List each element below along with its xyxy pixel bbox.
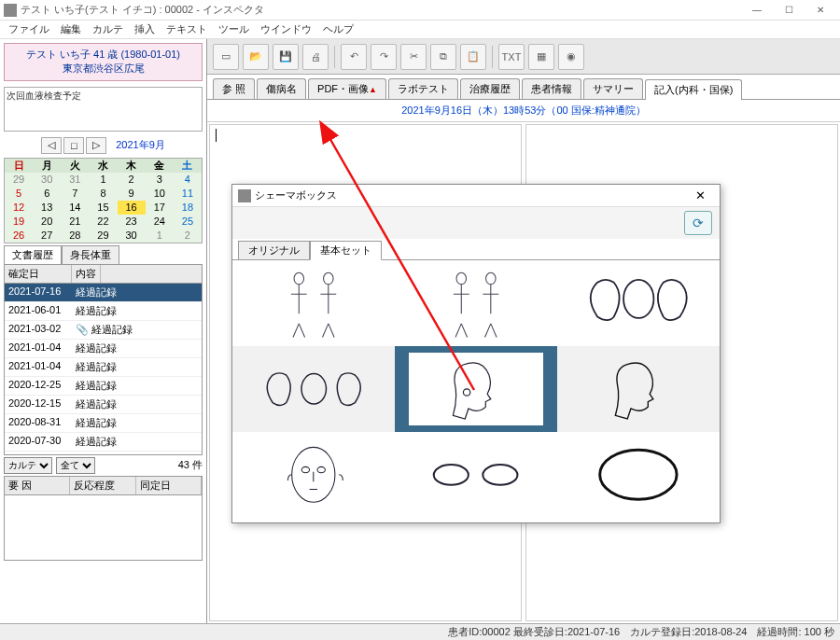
cut-button[interactable]: ✂ bbox=[400, 44, 427, 70]
cal-day[interactable]: 4 bbox=[174, 173, 202, 187]
img-button[interactable]: ▦ bbox=[528, 44, 554, 70]
open-button[interactable]: 📂 bbox=[243, 44, 269, 70]
cal-day[interactable]: 7 bbox=[61, 187, 89, 201]
cal-day[interactable]: 1 bbox=[89, 173, 117, 187]
cal-stop-button[interactable]: □ bbox=[63, 137, 84, 154]
history-row[interactable]: 2021-07-16経過記録 bbox=[5, 284, 202, 302]
history-row[interactable]: 2020-07-30経過記録 bbox=[5, 452, 202, 455]
cal-day[interactable]: 29 bbox=[89, 229, 117, 243]
history-row[interactable]: 2020-12-25経過記録 bbox=[5, 377, 202, 396]
txt-button[interactable]: TXT bbox=[498, 44, 525, 70]
cal-day[interactable]: 22 bbox=[89, 215, 117, 229]
history-row[interactable]: 2020-08-31経過記録 bbox=[5, 414, 202, 433]
menu-ファイル[interactable]: ファイル bbox=[4, 21, 54, 37]
save-button[interactable]: 💾 bbox=[273, 44, 299, 70]
menu-編集[interactable]: 編集 bbox=[56, 21, 86, 37]
history-row[interactable]: 2021-01-04経過記録 bbox=[5, 340, 202, 358]
cal-day[interactable]: 10 bbox=[146, 187, 174, 201]
cal-day[interactable]: 26 bbox=[5, 229, 33, 243]
schema-oval[interactable] bbox=[557, 432, 720, 517]
filter-all-select[interactable]: 全て bbox=[56, 457, 95, 474]
history-row[interactable]: 2021-03-02📎 経過記録 bbox=[5, 321, 202, 340]
cal-day[interactable]: 18 bbox=[174, 201, 202, 215]
cal-day[interactable]: 13 bbox=[33, 201, 61, 215]
new-button[interactable]: ▭ bbox=[213, 44, 239, 70]
cal-day[interactable]: 5 bbox=[5, 187, 33, 201]
tab-original[interactable]: オリジナル bbox=[238, 241, 310, 260]
history-row[interactable]: 2021-06-01経過記録 bbox=[5, 302, 202, 321]
cal-day[interactable]: 27 bbox=[33, 229, 61, 243]
maximize-button[interactable]: ☐ bbox=[773, 1, 805, 20]
schema-head-trio-small[interactable] bbox=[232, 346, 395, 432]
main-tab[interactable]: 記入(内科・国保) bbox=[645, 79, 742, 100]
cal-day[interactable]: 25 bbox=[174, 215, 202, 229]
undo-button[interactable]: ↶ bbox=[341, 44, 367, 70]
cal-prev-button[interactable]: ◁ bbox=[41, 137, 62, 154]
cal-day[interactable]: 11 bbox=[174, 187, 202, 201]
close-button[interactable]: ✕ bbox=[805, 1, 836, 20]
schema-eyes[interactable] bbox=[395, 432, 557, 517]
schema-body-pair-2[interactable] bbox=[395, 260, 557, 346]
cal-day[interactable]: 17 bbox=[146, 201, 174, 215]
main-tab[interactable]: サマリー bbox=[583, 78, 643, 99]
schema-body-pair[interactable] bbox=[232, 260, 395, 346]
cal-day[interactable]: 9 bbox=[118, 187, 146, 201]
dialog-close-button[interactable]: ✕ bbox=[686, 188, 714, 202]
filter-type-select[interactable]: カルテ bbox=[4, 457, 52, 474]
copy-button[interactable]: ⧉ bbox=[430, 44, 456, 70]
cal-day[interactable]: 21 bbox=[61, 215, 89, 229]
main-tab[interactable]: ラボテスト bbox=[388, 78, 458, 99]
tab-basic-set[interactable]: 基本セット bbox=[310, 241, 382, 260]
schema-face-front[interactable] bbox=[232, 432, 395, 517]
cal-day[interactable]: 19 bbox=[5, 215, 33, 229]
cal-day[interactable]: 20 bbox=[33, 215, 61, 229]
main-tab[interactable]: PDF・画像▲ bbox=[308, 78, 386, 99]
history-row[interactable]: 2020-07-30経過記録 bbox=[5, 433, 202, 452]
factor-body[interactable] bbox=[4, 495, 203, 561]
cal-day[interactable]: 1 bbox=[146, 229, 174, 243]
cal-day[interactable]: 2 bbox=[118, 173, 146, 187]
cal-day[interactable]: 12 bbox=[5, 201, 33, 215]
menu-ウインドウ[interactable]: ウインドウ bbox=[256, 21, 316, 37]
cal-day[interactable]: 2 bbox=[174, 229, 202, 243]
schema-head-profile[interactable] bbox=[557, 346, 720, 432]
cal-day[interactable]: 30 bbox=[118, 229, 146, 243]
tab-height-weight[interactable]: 身長体重 bbox=[62, 245, 119, 264]
cal-day[interactable]: 8 bbox=[89, 187, 117, 201]
schema-head-trio[interactable] bbox=[557, 260, 720, 346]
stamp-button[interactable]: ◉ bbox=[558, 44, 584, 70]
main-tab[interactable]: 参 照 bbox=[213, 78, 255, 99]
menu-テキスト[interactable]: テキスト bbox=[161, 21, 212, 37]
minimize-button[interactable]: — bbox=[741, 1, 773, 20]
main-tab[interactable]: 傷病名 bbox=[257, 78, 306, 99]
refresh-button[interactable]: ⟳ bbox=[684, 211, 712, 235]
history-list[interactable]: 2021-07-16経過記録2021-06-01経過記録2021-03-02📎 … bbox=[4, 284, 203, 455]
tab-doc-history[interactable]: 文書履歴 bbox=[4, 245, 62, 264]
redo-button[interactable]: ↷ bbox=[371, 44, 397, 70]
main-tab[interactable]: 治療履歴 bbox=[460, 78, 520, 99]
menu-挿入[interactable]: 挿入 bbox=[130, 21, 160, 37]
memo-box[interactable]: 次回血液検査予定 bbox=[4, 87, 203, 132]
history-row[interactable]: 2021-01-04経過記録 bbox=[5, 358, 202, 377]
cal-day[interactable]: 28 bbox=[61, 229, 89, 243]
menu-カルテ[interactable]: カルテ bbox=[88, 21, 128, 37]
cal-next-button[interactable]: ▷ bbox=[86, 137, 106, 154]
print-button[interactable]: 🖨 bbox=[302, 44, 329, 70]
cal-day[interactable]: 31 bbox=[61, 173, 89, 187]
cal-day[interactable]: 3 bbox=[146, 173, 174, 187]
cal-day[interactable]: 30 bbox=[33, 173, 61, 187]
cal-day[interactable]: 16 bbox=[118, 201, 146, 215]
history-row[interactable]: 2020-12-15経過記録 bbox=[5, 396, 202, 414]
cal-day[interactable]: 15 bbox=[89, 201, 117, 215]
main-tabs: 参 照傷病名PDF・画像▲ラボテスト治療履歴患者情報サマリー記入(内科・国保) bbox=[207, 75, 840, 100]
cal-day[interactable]: 14 bbox=[61, 201, 89, 215]
main-tab[interactable]: 患者情報 bbox=[522, 78, 581, 99]
menu-ツール[interactable]: ツール bbox=[214, 21, 254, 37]
cal-day[interactable]: 23 bbox=[118, 215, 146, 229]
paste-button[interactable]: 📋 bbox=[460, 44, 486, 70]
schema-head-profile-selected[interactable] bbox=[395, 346, 557, 432]
cal-day[interactable]: 29 bbox=[5, 173, 33, 187]
cal-day[interactable]: 6 bbox=[33, 187, 61, 201]
menu-ヘルプ[interactable]: ヘルプ bbox=[318, 21, 358, 37]
cal-day[interactable]: 24 bbox=[146, 215, 174, 229]
